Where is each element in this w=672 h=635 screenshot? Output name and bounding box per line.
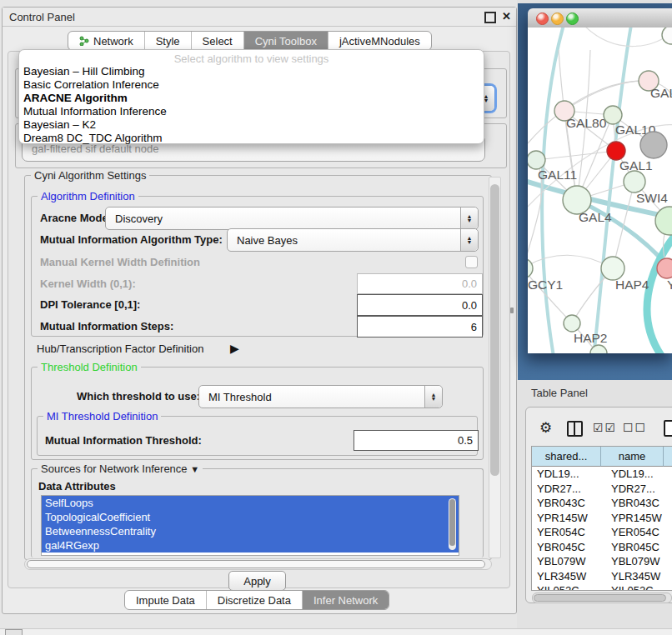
combo-stepper-icon[interactable]: ▲▼ (460, 229, 478, 251)
network-graph[interactable]: GALGAL80GAL10GAL1GAL11SWI4GAL4GCY1HAP4YH… (528, 28, 672, 353)
network-edge[interactable] (528, 255, 613, 268)
network-node-y[interactable] (657, 258, 672, 278)
settings-vertical-scrollbar[interactable] (489, 177, 501, 558)
table-row[interactable]: YIL052CYIL052C9 (532, 583, 672, 591)
settings-horizontal-scrollbar[interactable] (24, 558, 492, 570)
tab-style[interactable]: Style (144, 32, 191, 50)
algorithm-option-bayesian-hill-climbing[interactable]: Bayesian – Hill Climbing (19, 65, 484, 78)
table-cell[interactable]: YDL19... (606, 467, 672, 482)
table-horizontal-scrollbar[interactable] (532, 592, 672, 603)
algorithm-option-aracne-algorithm[interactable]: ARACNE Algorithm (19, 92, 484, 105)
deselect-all-checks-icon[interactable]: ☐☐ (623, 421, 647, 434)
mi-type-combo[interactable]: Naive Bayes ▲▼ (227, 228, 479, 252)
network-node-gal11[interactable] (528, 151, 545, 169)
table-cell[interactable]: YBR045C (532, 540, 606, 555)
table-cell[interactable]: YBL079W (532, 554, 606, 569)
network-node-swi4[interactable] (624, 171, 645, 192)
attribute-item-selfloops[interactable]: SelfLoops (42, 496, 459, 510)
network-node[interactable] (640, 132, 667, 158)
aracne-mode-combo[interactable]: Discovery ▲▼ (105, 207, 479, 230)
tab-jactivemnodules[interactable]: jActiveMNodules (328, 32, 431, 50)
network-node[interactable] (590, 345, 607, 353)
table-row[interactable]: YLR345WYLR345W9. (532, 569, 672, 584)
attributes-scrollbar[interactable] (449, 498, 456, 550)
manual-kernel-checkbox[interactable] (465, 256, 478, 268)
table-cell[interactable]: YBR045C (606, 540, 672, 555)
column-layout-icon[interactable] (567, 421, 583, 437)
network-edge[interactable] (528, 268, 572, 323)
combo-stepper-icon[interactable]: ▲▼ (424, 386, 442, 408)
table-cell[interactable]: YLR345W (532, 569, 606, 584)
combo-stepper-icon[interactable]: ▲▼ (460, 208, 478, 229)
table-row[interactable]: YDL19...YDL19...13 (532, 467, 672, 482)
table-hscroll-thumb[interactable] (534, 594, 666, 602)
select-all-checks-icon[interactable]: ☑☑ (593, 421, 617, 434)
sources-group-title[interactable]: Sources for Network Inference ▼ (38, 462, 203, 475)
which-threshold-combo[interactable]: MI Threshold ▲▼ (198, 385, 443, 408)
table-row[interactable]: YER054CYER054C8. (532, 525, 672, 540)
table-cell[interactable]: YBR043C (606, 496, 672, 511)
settings-hscroll-thumb[interactable] (27, 560, 485, 568)
mi-threshold-field[interactable]: 0.5 (354, 430, 479, 451)
network-node-gal1[interactable] (607, 142, 625, 160)
table-cell[interactable]: YPR145W (606, 511, 672, 526)
dpi-tolerance-field[interactable]: 0.0 (357, 294, 483, 316)
network-node[interactable] (662, 28, 672, 44)
network-window-titlebar[interactable] (528, 8, 672, 28)
attributes-scroll-thumb[interactable] (449, 499, 455, 546)
algorithm-option-basic-correlation-inference[interactable]: Basic Correlation Inference (19, 78, 484, 92)
table-cell[interactable]: YBL079W (606, 554, 672, 569)
network-node[interactable] (655, 207, 672, 235)
algorithm-option-mutual-information-inference[interactable]: Mutual Information Inference (19, 105, 484, 118)
column-header[interactable]: name (601, 447, 664, 467)
float-window-icon[interactable] (484, 12, 496, 23)
attribute-item-betweennesscentrality[interactable]: BetweennessCentrality (42, 524, 459, 538)
settings-gear-icon[interactable]: ⚙ (539, 419, 552, 437)
column-header[interactable]: shared... (532, 447, 601, 467)
table-row[interactable]: YPR145WYPR145W9. (532, 511, 672, 526)
tab-discretize-data[interactable]: Discretize Data (206, 591, 302, 609)
table-row[interactable]: YBR045CYBR045C9. (532, 540, 672, 555)
tab-infer-network[interactable]: Infer Network (302, 591, 389, 609)
table-row[interactable]: YDR27...YDR27...12 (532, 482, 672, 497)
attribute-item-gal4rgexp[interactable]: gal4RGexp (42, 538, 459, 552)
minimize-traffic-light-icon[interactable] (551, 12, 564, 25)
table-cell[interactable]: YPR145W (532, 511, 606, 526)
zoom-traffic-light-icon[interactable] (566, 12, 579, 25)
node-table[interactable]: shared... name YDL19...YDL19...13YDR27..… (531, 446, 672, 591)
collapsed-panel-button[interactable] (5, 629, 23, 635)
tab-network[interactable]: Network (68, 32, 144, 50)
table-row[interactable]: YBL079WYBL079W (532, 554, 672, 569)
attribute-item-topologicalcoefficient[interactable]: TopologicalCoefficient (42, 510, 459, 524)
network-edge[interactable] (594, 28, 631, 353)
tab-select[interactable]: Select (191, 32, 243, 50)
close-traffic-light-icon[interactable] (536, 12, 549, 25)
collapse-arrow-icon[interactable]: ▼ (190, 464, 199, 474)
network-node-hap4[interactable] (601, 257, 624, 280)
hub-definition-label[interactable]: Hub/Transcription Factor Definition (37, 342, 203, 355)
tab-cyni-toolbox[interactable]: Cyni Toolbox (243, 32, 328, 50)
expand-arrow-icon[interactable]: ▶ (230, 342, 239, 355)
table-row[interactable]: YBR043CYBR043C (532, 496, 672, 511)
network-canvas[interactable]: GALGAL80GAL10GAL1GAL11SWI4GAL4GCY1HAP4YH… (528, 28, 672, 353)
table-cell[interactable]: YDR27... (606, 482, 672, 497)
algorithm-option-bayesian-k2[interactable]: Bayesian – K2 (19, 118, 484, 132)
panel-splitter-handle[interactable] (510, 308, 514, 313)
table-cell[interactable]: YIL052C (532, 583, 606, 591)
tab-impute-data[interactable]: Impute Data (125, 591, 206, 609)
close-icon[interactable]: ✕ (502, 10, 511, 22)
data-attributes-list[interactable]: SelfLoopsTopologicalCoefficientBetweenne… (41, 495, 459, 556)
table-cell[interactable]: YBR043C (532, 496, 606, 511)
network-edge[interactable] (647, 235, 672, 353)
network-node-gal10[interactable] (604, 106, 622, 124)
network-node-hap2[interactable] (564, 315, 580, 332)
network-edge[interactable] (536, 151, 616, 160)
new-table-icon[interactable] (664, 420, 672, 437)
apply-button[interactable]: Apply (228, 571, 286, 591)
table-cell[interactable]: YER054C (606, 525, 672, 540)
column-header[interactable] (664, 447, 672, 467)
network-edge[interactable] (564, 81, 649, 111)
network-node-gcy1[interactable] (528, 258, 533, 278)
kernel-width-field[interactable]: 0.0 (357, 273, 483, 294)
table-cell[interactable]: YLR345W (606, 569, 672, 584)
